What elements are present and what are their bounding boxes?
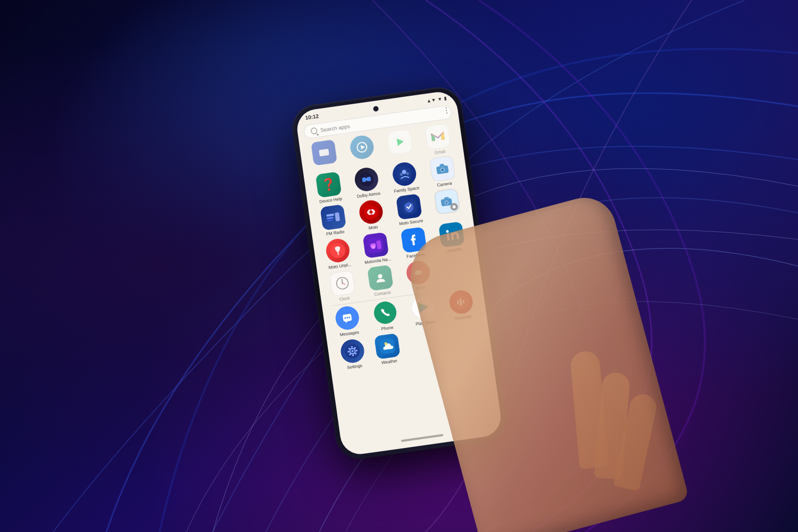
wifi-icon: ▼ <box>437 96 443 102</box>
app-label-camera: Camera <box>437 181 453 188</box>
app-item-camera[interactable]: Camera <box>426 155 460 189</box>
app-item-blue1[interactable] <box>307 139 342 173</box>
signal-icon: ▲▼ <box>426 97 436 103</box>
menu-dots-button[interactable]: ⋮ <box>442 105 451 115</box>
app-item-clock[interactable]: Clock <box>326 270 360 304</box>
app-icon-play-partial <box>387 129 413 155</box>
svg-rect-20 <box>335 212 340 221</box>
svg-point-40 <box>378 274 383 279</box>
svg-rect-31 <box>371 245 375 249</box>
app-icon-moto <box>358 199 385 226</box>
app-item-moto-unplugged[interactable]: Moto Unpl... <box>321 237 355 271</box>
app-item-dolby[interactable]: Dolby Atmos <box>350 165 384 200</box>
app-icon-gmail <box>425 123 451 150</box>
app-item-contacts[interactable]: Contacts <box>363 264 398 298</box>
app-icon-settings <box>339 338 366 364</box>
app-item-gmail[interactable]: Gmail <box>421 123 455 157</box>
app-icon-moto-secure <box>396 194 422 220</box>
app-icon-blue2 <box>349 134 376 161</box>
app-icon-messages <box>334 305 361 331</box>
hand-palm <box>401 190 689 532</box>
scene: 10:12 ▲▼ ▼ ▮ ⋮ Search apps <box>0 0 798 532</box>
app-label-gmail: Gmail <box>434 149 446 155</box>
app-icon-family-space <box>391 161 418 187</box>
svg-rect-9 <box>396 165 413 182</box>
svg-marker-3 <box>397 138 404 146</box>
app-item-play-partial[interactable] <box>383 128 418 162</box>
status-icons: ▲▼ ▼ ▮ <box>426 95 447 103</box>
search-placeholder: Search apps <box>320 123 350 133</box>
nav-gesture-bar <box>401 434 444 442</box>
svg-rect-17 <box>326 214 334 217</box>
app-label-phone: Phone <box>381 325 394 332</box>
svg-rect-18 <box>327 217 333 220</box>
app-icon-contacts <box>367 265 394 292</box>
app-icon-weather <box>374 333 401 360</box>
app-item-device-help[interactable]: ❓ Device Help <box>312 171 346 205</box>
app-item-settings[interactable]: Settings <box>336 337 370 371</box>
battery-icon: ▮ <box>443 95 446 101</box>
status-time: 10:12 <box>305 113 319 121</box>
svg-marker-2 <box>361 145 365 149</box>
app-label-moto: Moto <box>368 225 378 231</box>
app-item-family-space[interactable]: Family Space <box>387 160 422 194</box>
app-label-messages: Messages <box>339 330 359 338</box>
app-icon-camera <box>429 155 456 182</box>
app-icon-blue1 <box>311 139 337 166</box>
app-icon-moto-unplugged <box>325 237 351 264</box>
app-item-camera2[interactable] <box>430 188 464 222</box>
svg-rect-0 <box>319 149 329 156</box>
app-item-phone[interactable]: Phone <box>368 299 403 333</box>
app-label-motorola-nav: Motorola Na... <box>364 256 392 265</box>
app-icon-motorola-nav <box>362 232 389 259</box>
app-item-moto[interactable]: Moto <box>354 198 389 232</box>
app-icon-phone <box>372 300 398 326</box>
app-label-contacts: Contacts <box>374 290 392 297</box>
app-icon-fm-radio <box>320 204 346 231</box>
app-icon-camera2 <box>434 188 460 215</box>
app-label-dolby: Dolby Atmos <box>356 190 381 199</box>
app-icon-dolby <box>353 166 380 193</box>
app-item-fm-radio[interactable]: FM Radio <box>316 204 351 238</box>
app-item-messages[interactable]: Messages <box>330 304 365 338</box>
app-item-motorola-nav[interactable]: Motorola Na... <box>359 231 393 265</box>
app-label-moto-secure: Moto Secure <box>399 218 423 227</box>
app-label-settings: Settings <box>347 363 363 370</box>
app-label-weather: Weather <box>381 358 397 365</box>
svg-rect-19 <box>327 220 332 221</box>
app-label-device-help: Device Help <box>319 196 343 205</box>
app-label-family-space: Family Space <box>394 185 420 194</box>
app-item-moto-secure[interactable]: Moto Secure <box>392 193 427 227</box>
app-label-moto-unplugged: Moto Unpl... <box>328 262 352 271</box>
app-label-fm-radio: FM Radio <box>326 229 345 237</box>
search-icon <box>310 127 318 135</box>
app-item-blue2[interactable] <box>345 134 380 168</box>
app-icon-clock <box>329 270 356 297</box>
app-item-weather[interactable]: Weather <box>370 332 405 367</box>
app-icon-device-help: ❓ <box>315 171 342 198</box>
app-label-clock: Clock <box>339 296 350 302</box>
